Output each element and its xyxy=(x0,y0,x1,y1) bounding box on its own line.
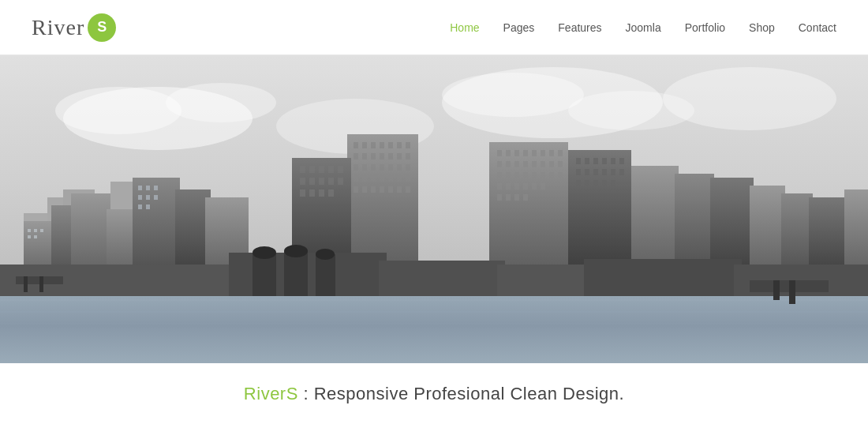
svg-rect-83 xyxy=(328,178,334,185)
svg-rect-101 xyxy=(523,161,528,167)
svg-rect-36 xyxy=(138,204,142,209)
svg-point-5 xyxy=(442,73,584,117)
nav-item-features[interactable]: Features xyxy=(558,17,601,38)
svg-rect-157 xyxy=(773,280,780,300)
svg-rect-31 xyxy=(146,186,150,190)
svg-rect-138 xyxy=(585,180,589,186)
svg-rect-106 xyxy=(497,172,502,178)
svg-point-8 xyxy=(663,67,836,130)
svg-point-164 xyxy=(253,246,276,259)
svg-rect-55 xyxy=(371,164,376,171)
logo-text: River xyxy=(32,15,84,40)
svg-rect-76 xyxy=(309,166,315,173)
svg-rect-82 xyxy=(319,178,324,185)
svg-rect-98 xyxy=(497,161,502,167)
svg-rect-77 xyxy=(319,166,324,173)
svg-rect-114 xyxy=(497,183,502,189)
hero-cityscape xyxy=(0,55,868,363)
nav-item-portfolio[interactable]: Portfolio xyxy=(685,17,725,38)
svg-rect-140 xyxy=(602,180,607,186)
svg-rect-136 xyxy=(619,169,624,175)
svg-rect-80 xyxy=(300,178,305,185)
svg-rect-33 xyxy=(138,195,142,200)
nav-item-joomla[interactable]: Joomla xyxy=(626,17,661,38)
svg-rect-113 xyxy=(558,172,563,178)
svg-rect-40 xyxy=(362,142,367,148)
svg-rect-151 xyxy=(379,261,505,296)
svg-rect-68 xyxy=(362,186,367,193)
tagline-brand: RiverS xyxy=(244,384,298,403)
svg-rect-111 xyxy=(541,172,545,178)
svg-rect-30 xyxy=(138,186,142,190)
svg-rect-160 xyxy=(39,276,43,292)
svg-rect-133 xyxy=(593,169,598,175)
svg-rect-69 xyxy=(371,186,376,193)
svg-rect-26 xyxy=(34,235,37,238)
svg-rect-156 xyxy=(789,280,795,304)
svg-rect-87 xyxy=(319,189,324,197)
nav-item-pages[interactable]: Pages xyxy=(503,17,535,38)
svg-rect-49 xyxy=(380,153,384,159)
svg-rect-119 xyxy=(541,183,545,189)
svg-rect-100 xyxy=(514,161,519,167)
svg-rect-108 xyxy=(514,172,519,178)
svg-rect-72 xyxy=(397,186,402,193)
svg-rect-59 xyxy=(406,164,410,171)
svg-rect-107 xyxy=(506,172,511,178)
svg-rect-137 xyxy=(576,180,581,186)
svg-rect-48 xyxy=(371,153,376,159)
svg-rect-81 xyxy=(309,178,315,185)
svg-rect-63 xyxy=(380,175,384,182)
logo[interactable]: River S xyxy=(32,13,116,42)
svg-rect-88 xyxy=(328,189,334,197)
nav-item-contact[interactable]: Contact xyxy=(799,17,836,38)
header: River S Home Pages Features Joomla Portf… xyxy=(0,0,868,55)
svg-rect-42 xyxy=(380,142,384,148)
svg-rect-152 xyxy=(497,265,592,296)
svg-rect-90 xyxy=(497,150,502,156)
svg-rect-93 xyxy=(523,150,528,156)
svg-rect-75 xyxy=(300,166,305,173)
svg-rect-121 xyxy=(506,194,511,201)
svg-rect-37 xyxy=(146,204,150,209)
svg-rect-41 xyxy=(371,142,376,148)
hero-banner xyxy=(0,55,868,363)
svg-rect-153 xyxy=(584,259,742,296)
svg-rect-66 xyxy=(406,175,410,182)
logo-badge: S xyxy=(88,13,116,42)
svg-rect-104 xyxy=(549,161,554,167)
svg-rect-23 xyxy=(34,229,37,232)
main-nav: Home Pages Features Joomla Portfolio Sho… xyxy=(450,17,836,38)
svg-rect-44 xyxy=(397,142,402,148)
svg-rect-163 xyxy=(316,254,335,296)
nav-item-home[interactable]: Home xyxy=(450,17,479,38)
svg-rect-45 xyxy=(406,142,410,148)
svg-rect-132 xyxy=(585,169,589,175)
svg-rect-56 xyxy=(380,164,384,171)
svg-rect-162 xyxy=(284,251,308,296)
svg-rect-127 xyxy=(593,158,598,164)
svg-rect-118 xyxy=(532,183,537,189)
svg-rect-92 xyxy=(514,150,519,156)
svg-rect-32 xyxy=(154,186,158,190)
svg-rect-24 xyxy=(40,229,43,232)
svg-rect-25 xyxy=(28,235,31,238)
svg-rect-22 xyxy=(28,229,31,232)
logo-badge-letter: S xyxy=(97,19,107,36)
nav-item-shop[interactable]: Shop xyxy=(749,17,775,38)
tagline-section: RiverS : Responsive Profesional Clean De… xyxy=(0,363,868,424)
svg-rect-39 xyxy=(354,142,358,148)
svg-rect-126 xyxy=(585,158,589,164)
svg-rect-116 xyxy=(514,183,519,189)
svg-rect-61 xyxy=(362,175,367,182)
svg-point-166 xyxy=(316,249,335,260)
svg-rect-109 xyxy=(523,172,528,178)
svg-rect-84 xyxy=(338,178,343,185)
svg-rect-103 xyxy=(541,161,545,167)
svg-rect-34 xyxy=(146,195,150,200)
svg-rect-123 xyxy=(523,194,528,201)
svg-rect-53 xyxy=(354,164,358,171)
svg-rect-86 xyxy=(309,189,315,197)
svg-rect-43 xyxy=(388,142,393,148)
svg-rect-131 xyxy=(576,169,581,175)
